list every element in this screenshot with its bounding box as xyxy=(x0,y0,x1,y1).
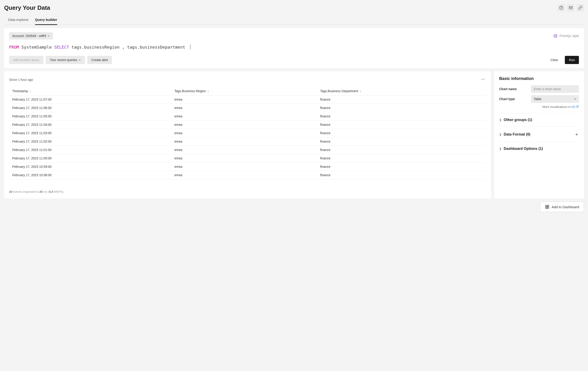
table-row[interactable]: February 17, 2023 11:07:00emeafinance xyxy=(9,95,486,104)
sort-icon: ⇅ xyxy=(29,90,31,93)
table-cell: finance xyxy=(317,112,486,121)
table-cell: emea xyxy=(171,95,317,104)
svg-rect-8 xyxy=(546,207,547,209)
results-time-label: Since 1 hour ago xyxy=(9,78,33,82)
chart-type-select[interactable]: Table xyxy=(531,95,579,103)
results-card: Since 1 hour ago Timestamp⇅ Tags.Busines… xyxy=(4,71,491,198)
table-cell: emea xyxy=(171,163,317,171)
section-title: Data Format (0) xyxy=(504,132,530,136)
sort-icon: ⇅ xyxy=(359,90,361,93)
run-button[interactable]: Run xyxy=(565,56,579,64)
section-dashboard-options: ❯ Dashboard Options (1) xyxy=(499,142,579,155)
chevron-down-icon xyxy=(47,35,50,37)
column-region[interactable]: Tags.Business Region⇅ xyxy=(171,87,317,95)
io-link[interactable]: I/O xyxy=(571,105,579,109)
results-footer: 20 events inspected in 26 ms (0.0 MEPS) xyxy=(9,186,486,194)
table-cell: emea xyxy=(171,146,317,154)
table-cell: emea xyxy=(171,112,317,121)
table-cell: finance xyxy=(317,121,486,129)
table-cell: February 17, 2023 11:02:00 xyxy=(9,137,171,146)
help-icon[interactable] xyxy=(557,4,565,11)
svg-point-1 xyxy=(561,8,561,9)
table-row[interactable]: February 17, 2023 11:05:00emeafinance xyxy=(9,112,486,121)
recent-queries-label: Your recent queries xyxy=(50,58,77,62)
table-cell: finance xyxy=(317,146,486,154)
section-title: Other groups (1) xyxy=(504,118,532,122)
column-department[interactable]: Tags.Business Department⇅ xyxy=(317,87,486,95)
table-row[interactable]: February 17, 2023 10:58:00emeafinance xyxy=(9,171,486,179)
chevron-down-icon xyxy=(79,59,81,61)
table-cell: finance xyxy=(317,129,486,137)
page-title: Query Your Data xyxy=(4,4,50,11)
table-cell: February 17, 2023 11:01:00 xyxy=(9,146,171,154)
recent-queries-button[interactable]: Your recent queries xyxy=(46,56,85,64)
table-cell: finance xyxy=(317,163,486,171)
add-query-button[interactable]: Add another query xyxy=(9,56,43,64)
sidebar-card: Basic information Chart name Chart type … xyxy=(494,71,584,198)
link-icon[interactable] xyxy=(577,4,584,11)
table-cell: emea xyxy=(171,121,317,129)
more-options-icon[interactable] xyxy=(480,76,486,83)
table-row[interactable]: February 17, 2023 11:01:00emeafinance xyxy=(9,146,486,154)
svg-point-5 xyxy=(484,79,485,80)
table-cell: finance xyxy=(317,137,486,146)
column-timestamp[interactable]: Timestamp⇅ xyxy=(9,87,171,95)
table-cell: February 17, 2023 11:05:00 xyxy=(9,112,171,121)
svg-point-3 xyxy=(482,79,482,80)
cursor xyxy=(190,44,190,50)
table-row[interactable]: February 17, 2023 11:02:00emeafinance xyxy=(9,137,486,146)
chart-type-label: Chart type xyxy=(499,97,529,101)
table-cell: emea xyxy=(171,129,317,137)
query-fields: tags.businessRegion , tags.businessDepar… xyxy=(72,45,188,50)
table-cell: February 17, 2023 11:04:00 xyxy=(9,121,171,129)
chart-name-label: Chart name xyxy=(499,87,529,91)
query-source: SystemSample xyxy=(21,45,52,50)
flame-icon xyxy=(554,34,557,38)
promql-badge[interactable]: PromQL-style xyxy=(554,34,579,38)
section-other-groups-header[interactable]: ❯ Other groups (1) xyxy=(499,118,532,122)
table-cell: February 17, 2023 10:59:00 xyxy=(9,163,171,171)
chart-name-input[interactable] xyxy=(531,85,579,93)
table-cell: finance xyxy=(317,104,486,112)
keyword-from: FROM xyxy=(9,45,19,50)
table-cell: finance xyxy=(317,154,486,163)
query-editor[interactable]: FROM SystemSample SELECT tags.businessRe… xyxy=(9,44,579,51)
table-cell: February 17, 2023 11:07:00 xyxy=(9,95,171,104)
keyword-select: SELECT xyxy=(54,45,69,50)
section-dashboard-options-header[interactable]: ❯ Dashboard Options (1) xyxy=(499,147,543,151)
table-cell: February 17, 2023 11:03:00 xyxy=(9,129,171,137)
account-label: Account: 204549 - willhf xyxy=(12,34,46,38)
table-row[interactable]: February 17, 2023 11:00:00emeafinance xyxy=(9,154,486,163)
svg-point-4 xyxy=(483,79,483,80)
account-selector[interactable]: Account: 204549 - willhf xyxy=(9,32,53,40)
section-other-groups: ❯ Other groups (1) xyxy=(499,113,579,126)
tab-data-explorer[interactable]: Data explorer xyxy=(8,15,29,25)
table-cell: finance xyxy=(317,171,486,179)
add-dashboard-label: Add to Dashboard xyxy=(552,205,579,209)
mail-icon[interactable] xyxy=(567,4,574,11)
table-row[interactable]: February 17, 2023 11:04:00emeafinance xyxy=(9,121,486,129)
add-dashboard-button[interactable]: Add to Dashboard xyxy=(540,202,584,212)
query-card: Account: 204549 - willhf PromQL-style FR… xyxy=(4,28,584,68)
results-table: Timestamp⇅ Tags.Business Region⇅ Tags.Bu… xyxy=(9,87,486,179)
table-cell: emea xyxy=(171,171,317,179)
chevron-down-icon xyxy=(574,98,576,100)
table-row[interactable]: February 17, 2023 10:59:00emeafinance xyxy=(9,163,486,171)
table-cell: emea xyxy=(171,137,317,146)
viz-link-row: More visualizations in I/O xyxy=(499,105,579,109)
plus-icon[interactable]: ＋ xyxy=(574,131,579,137)
table-row[interactable]: February 17, 2023 11:03:00emeafinance xyxy=(9,129,486,137)
table-cell: February 17, 2023 11:06:00 xyxy=(9,104,171,112)
svg-rect-7 xyxy=(547,205,549,206)
section-data-format: ❯ Data Format (0) ＋ xyxy=(499,126,579,142)
table-row[interactable]: February 17, 2023 11:06:00emeafinance xyxy=(9,104,486,112)
tab-query-builder[interactable]: Query builder xyxy=(35,15,57,25)
table-cell: emea xyxy=(171,154,317,163)
section-data-format-header[interactable]: ❯ Data Format (0) xyxy=(499,132,530,136)
create-alert-button[interactable]: Create alert xyxy=(87,56,112,64)
sort-icon: ⇅ xyxy=(207,90,209,93)
promql-label: PromQL-style xyxy=(559,34,579,38)
tabs: Data explorer Query builder xyxy=(4,15,584,25)
clear-button[interactable]: Clear xyxy=(546,56,562,64)
section-title: Dashboard Options (1) xyxy=(504,147,543,151)
